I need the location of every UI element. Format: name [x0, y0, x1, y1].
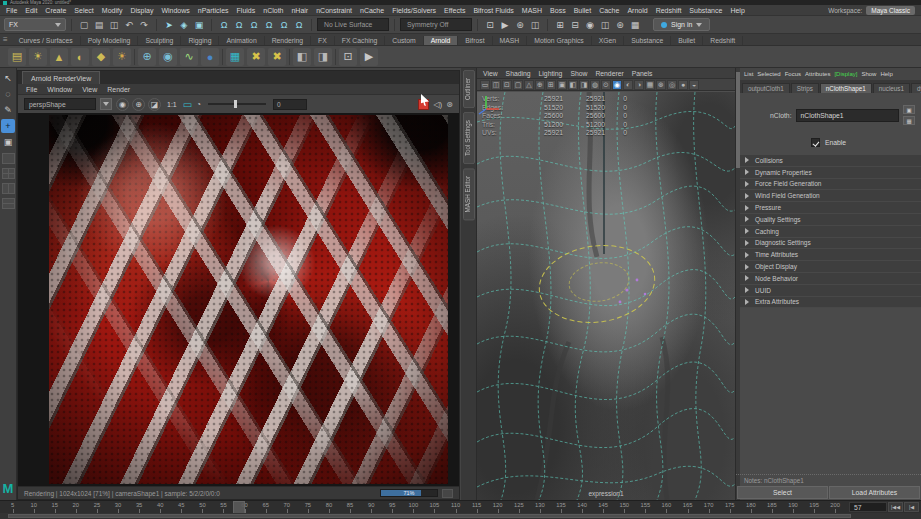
renderview-status-icon[interactable] [442, 489, 453, 498]
menu-item[interactable]: Help [730, 7, 744, 14]
lasso-tool-icon[interactable]: ◌ [1, 87, 15, 101]
timeline-tick[interactable]: 145 [593, 501, 614, 513]
viewport-toolbar-icon[interactable]: ● [678, 80, 688, 90]
select-component-icon[interactable]: ▣ [192, 18, 206, 32]
attribute-editor-tab[interactable]: outputCloth1 [742, 83, 790, 93]
node-name-field[interactable]: nClothShape1 [796, 109, 899, 122]
current-frame-field[interactable]: 57 [849, 502, 887, 512]
open-scene-icon[interactable]: ▤ [92, 18, 106, 32]
sign-in-button[interactable]: Sign in [653, 18, 710, 31]
viewport-toolbar-icon[interactable]: ▭ [480, 80, 490, 90]
workspace-value[interactable]: Maya Classic [866, 6, 915, 15]
start-render-icon[interactable]: ◉ [116, 98, 129, 111]
toolkit-icon[interactable]: ⊛ [613, 18, 627, 32]
layout-icon[interactable]: ⊟ [568, 18, 582, 32]
menu-item[interactable]: Fields/Solvers [392, 7, 436, 14]
standin-icon[interactable]: ⊕ [138, 48, 156, 66]
move-tool-icon[interactable]: + [1, 119, 15, 133]
menu-item[interactable]: nParticles [198, 7, 229, 14]
renderview-menu-item[interactable]: Render [107, 86, 130, 93]
select-hierarchy-icon[interactable]: ➤ [162, 18, 176, 32]
timeline-tick[interactable]: 65 [255, 501, 276, 513]
shelf-menu-icon[interactable]: ≡ [3, 35, 8, 45]
exposure-icon[interactable]: ◔ [196, 100, 201, 109]
timeline-tick[interactable]: 40 [150, 501, 171, 513]
timeline-tick[interactable]: 200 [825, 501, 846, 513]
menu-item[interactable]: Select [74, 7, 93, 14]
shelf-tab[interactable]: MASH [493, 36, 528, 45]
two-pane-layout-button[interactable] [2, 183, 15, 194]
snapshot-icon[interactable]: ◪ [148, 98, 161, 111]
timeline-tick[interactable]: 155 [635, 501, 656, 513]
light-manager-icon[interactable]: ◧ [293, 48, 311, 66]
new-scene-icon[interactable]: ▢ [77, 18, 91, 32]
attribute-section-header[interactable]: Pressure [736, 202, 921, 214]
viewport-toolbar-icon[interactable]: ◎ [667, 80, 677, 90]
menu-item[interactable]: nCache [360, 7, 384, 14]
timeline-tick[interactable]: 25 [86, 501, 107, 513]
menu-item[interactable]: Create [45, 7, 66, 14]
menu-item[interactable]: MASH [522, 7, 542, 14]
timeline-tick[interactable]: 150 [614, 501, 635, 513]
make-live-icon[interactable]: Ω [292, 18, 306, 32]
shelf-tab[interactable]: Substance [624, 36, 671, 45]
shaded-icon[interactable]: ◉ [583, 18, 597, 32]
menu-item[interactable]: nHair [291, 7, 308, 14]
grid-display-icon[interactable]: ⊞ [553, 18, 567, 32]
timeline-tick[interactable]: 125 [508, 501, 529, 513]
camera-dropdown-button[interactable] [100, 98, 112, 110]
renderview-menu-item[interactable]: File [26, 86, 37, 93]
symmetry-field[interactable]: Symmetry Off [400, 18, 472, 31]
shelf-tab[interactable]: XGen [592, 36, 624, 45]
attribute-editor-menu-item[interactable]: Show [861, 71, 876, 77]
timeline-tick[interactable]: 55 [213, 501, 234, 513]
arnold-render-icon[interactable]: ⊡ [339, 48, 357, 66]
menu-item[interactable]: Bifrost Fluids [473, 7, 513, 14]
single-pane-layout-button[interactable] [2, 153, 15, 164]
timeline-tick[interactable]: 70 [276, 501, 297, 513]
attribute-section-header[interactable]: Collisions [736, 155, 921, 167]
scrollbar-thumb[interactable] [736, 72, 740, 168]
viewport-toolbar-icon[interactable]: ▦ [645, 80, 655, 90]
timeline-tick[interactable]: 120 [487, 501, 508, 513]
spot-light-icon[interactable]: ▲ [50, 48, 68, 66]
shelf-icon[interactable] [134, 49, 135, 65]
menu-item[interactable]: Windows [161, 7, 189, 14]
menu-item[interactable]: Modify [102, 7, 123, 14]
viewport-menu-item[interactable]: Renderer [595, 70, 623, 77]
focus-button[interactable]: ▣ [903, 105, 915, 114]
go-to-start-button[interactable]: |◀◀ [888, 502, 903, 512]
redo-icon[interactable]: ↷ [137, 18, 151, 32]
viewport-toolbar-icon[interactable]: ▣ [557, 80, 567, 90]
timeline-tick[interactable]: 100 [403, 501, 424, 513]
snap-projected-center-icon[interactable]: Ω [262, 18, 276, 32]
viewport-toolbar-icon[interactable]: ◧ [568, 80, 578, 90]
viewport-toolbar-icon[interactable]: ◐ [623, 80, 633, 90]
shelf-icon[interactable] [222, 49, 223, 65]
viewport-toolbar-icon[interactable]: ◨ [579, 80, 589, 90]
fit-view-icon[interactable]: ▭ [183, 99, 192, 110]
attribute-editor-tab[interactable]: nucleus1 [873, 83, 910, 93]
menu-item[interactable]: Cache [599, 7, 619, 14]
attribute-section-header[interactable]: Caching [736, 226, 921, 238]
attribute-section-header[interactable]: Node Behavior [736, 273, 921, 285]
notification-speaker-icon[interactable]: ◁) [433, 100, 442, 109]
timeline-tick[interactable]: 110 [445, 501, 466, 513]
shelf-icon[interactable] [335, 49, 336, 65]
tx-manager-icon[interactable]: ▦ [226, 48, 244, 66]
attribute-section-header[interactable]: UUID [736, 285, 921, 297]
attribute-section-header[interactable]: Object Display [736, 261, 921, 273]
menu-item[interactable]: Edit [25, 7, 37, 14]
textured-icon[interactable]: ◫ [598, 18, 612, 32]
timeline-tick[interactable]: 170 [698, 501, 719, 513]
mesh-light-icon[interactable]: ◆ [92, 48, 110, 66]
shelf-icon[interactable] [289, 49, 290, 65]
docked-panel-tab[interactable]: MASH Editor [463, 168, 475, 220]
timeline-tick[interactable]: 105 [424, 501, 445, 513]
load-attributes-button[interactable]: Load Attributes [829, 486, 920, 499]
menu-item[interactable]: File [6, 7, 17, 14]
docked-panel-tab[interactable]: Outliner [463, 70, 475, 108]
timeline-tick[interactable]: 165 [677, 501, 698, 513]
shelf-tab[interactable]: Arnold [424, 36, 459, 45]
viewport-toolbar-icon[interactable]: △ [524, 80, 534, 90]
